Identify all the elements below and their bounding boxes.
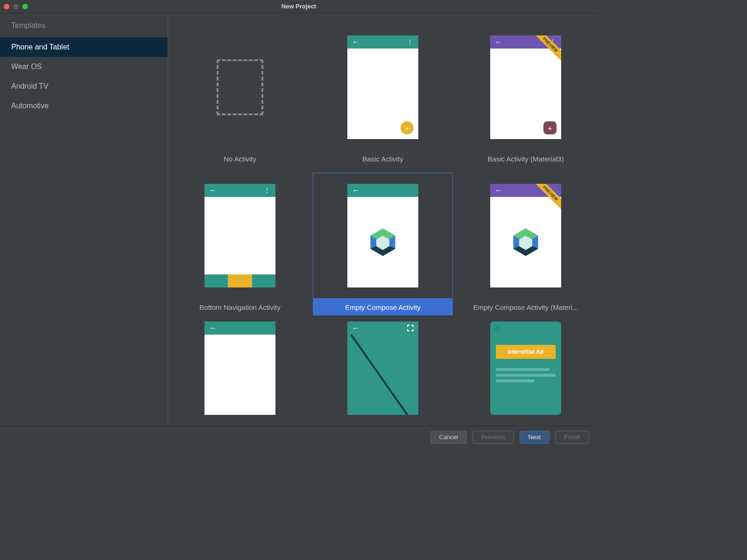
previous-button: Previous xyxy=(472,431,514,444)
compose-logo-icon xyxy=(490,197,561,287)
svg-line-8 xyxy=(351,335,415,415)
preview-appbar: ← xyxy=(204,322,275,335)
template-label: Empty Compose Activity xyxy=(313,299,453,315)
back-arrow-icon: ← xyxy=(209,187,217,194)
overflow-menu-icon: ⋮ xyxy=(264,187,271,194)
template-gallery[interactable]: No Activity ← ⋮ + Basic Activity xyxy=(168,13,598,426)
back-arrow-icon: ← xyxy=(209,324,217,332)
template-label: Empty Compose Activity (Materi... xyxy=(456,299,596,315)
preview-appbar: ← xyxy=(347,184,418,197)
sidebar-item-phone-tablet[interactable]: Phone and Tablet xyxy=(0,37,168,57)
back-arrow-icon: ← xyxy=(495,187,502,194)
interstitial-ad-label: Interstitial Ad xyxy=(496,345,556,359)
window-title: New Project xyxy=(0,3,598,10)
sidebar-item-automotive[interactable]: Automotive xyxy=(0,96,168,116)
template-no-activity[interactable]: No Activity xyxy=(170,24,310,167)
sidebar-header: Templates xyxy=(0,17,168,37)
next-button[interactable]: Next xyxy=(520,431,550,444)
diagonal-line-icon xyxy=(347,322,418,415)
camera-dot-icon xyxy=(494,325,500,332)
template-basic-activity-m3[interactable]: ← ⋮ PREVIEW + Basic Activity (Material3) xyxy=(456,24,596,167)
template-empty-compose-m3[interactable]: ← PREVIEW xyxy=(456,173,596,315)
dialog-footer: Cancel Previous Next Finish xyxy=(0,426,598,448)
sidebar: Templates Phone and Tablet Wear OS Andro… xyxy=(0,13,168,426)
placeholder-lines-icon xyxy=(496,368,556,385)
sidebar-item-android-tv[interactable]: Android TV xyxy=(0,77,168,96)
fab-add-icon: + xyxy=(401,121,414,134)
template-label: Basic Activity xyxy=(313,150,453,167)
dashed-placeholder-icon xyxy=(217,59,263,115)
preview-appbar: ← ⋮ xyxy=(204,184,275,197)
template-row3-1[interactable]: ← xyxy=(170,321,310,414)
cancel-button[interactable]: Cancel xyxy=(430,431,467,444)
back-arrow-icon: ← xyxy=(352,187,359,194)
back-arrow-icon: ← xyxy=(495,38,502,46)
titlebar: New Project xyxy=(0,0,598,13)
template-label: Basic Activity (Material3) xyxy=(456,150,596,167)
template-empty-compose[interactable]: ← Empty Compose Acti xyxy=(313,173,453,315)
template-label: No Activity xyxy=(170,150,310,167)
template-row3-3[interactable]: Interstitial Ad xyxy=(456,321,596,414)
template-label: Bottom Navigation Activity xyxy=(170,299,310,315)
compose-logo-icon xyxy=(347,197,418,287)
maximize-window-icon[interactable] xyxy=(22,4,28,9)
preview-bottom-nav xyxy=(204,274,275,287)
back-arrow-icon: ← xyxy=(352,38,359,46)
template-basic-activity[interactable]: ← ⋮ + Basic Activity xyxy=(313,24,453,167)
preview-appbar: ← ⋮ xyxy=(347,35,418,49)
template-row3-2[interactable]: ← xyxy=(313,321,453,414)
window-controls xyxy=(4,4,28,9)
close-window-icon[interactable] xyxy=(4,4,9,9)
finish-button: Finish xyxy=(555,431,589,444)
template-bottom-navigation[interactable]: ← ⋮ Bottom Navigation Activity xyxy=(170,173,310,315)
fab-add-icon: + xyxy=(543,121,557,134)
overflow-menu-icon: ⋮ xyxy=(407,38,414,46)
sidebar-item-wear-os[interactable]: Wear OS xyxy=(0,57,168,77)
minimize-window-icon[interactable] xyxy=(13,4,19,9)
